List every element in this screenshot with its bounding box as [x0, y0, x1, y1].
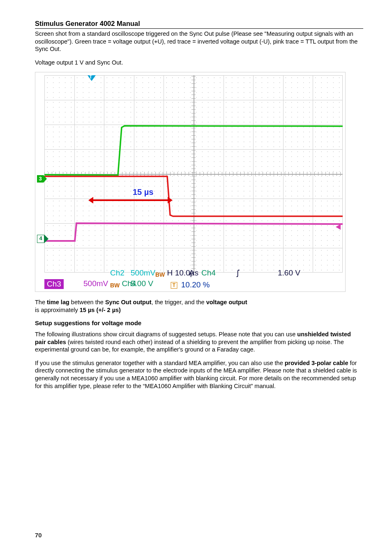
- trace-ch3-red: [44, 176, 343, 216]
- intro-paragraph: Screen shot from a standard oscilloscope…: [35, 30, 363, 53]
- bold-3-polar-cable: provided 3-polar cable: [285, 360, 348, 366]
- bandwidth-icon: BW: [155, 271, 165, 278]
- scope-plot-area: 15 µs: [44, 75, 343, 273]
- t-position-value: 10.20 %: [181, 280, 210, 289]
- readout-ch2-label: Ch2: [110, 268, 131, 278]
- channel-3-marker-icon: 3: [37, 175, 44, 183]
- bold-time-lag: time lag: [47, 299, 69, 305]
- caption-above-scope: Voltage output 1 V and Sync Out.: [35, 59, 363, 67]
- document-page: Stimulus Generator 4002 Manual Screen sh…: [0, 0, 392, 555]
- scope-bottom-readout: T 10.20 %: [171, 280, 210, 289]
- readout-trig-level: 1.60 V: [278, 268, 311, 278]
- scope-traces: [44, 75, 343, 273]
- time-lag-arrow: [93, 199, 168, 201]
- channel-4-marker-icon: 4: [37, 235, 44, 243]
- time-lag-paragraph: The time lag between the Sync Out output…: [35, 298, 363, 314]
- bold-15us: 15 µs (+/- 2 µs): [80, 307, 121, 313]
- readout-ch3-label: Ch3: [44, 279, 64, 289]
- bandwidth-icon: BW: [110, 282, 120, 289]
- trigger-position-marker-label: T: [89, 74, 92, 80]
- section-heading-setup: Setup suggestions for voltage mode: [35, 319, 363, 326]
- bold-sync-out: Sync Out output: [105, 299, 152, 305]
- readout-a-label: A: [189, 268, 201, 278]
- time-lag-annotation: 15 µs: [133, 187, 153, 197]
- readout-trig-src: Ch4: [201, 268, 237, 278]
- trace-ch4-pink: [44, 223, 343, 241]
- readout-ch3-scale: 500mV: [83, 279, 110, 289]
- t-position-icon: T: [171, 282, 177, 289]
- trace-ch2-green: [44, 126, 343, 175]
- setup-paragraph-2: If you use the stimulus generator togeth…: [35, 359, 363, 390]
- bold-voltage-output: voltage output: [206, 299, 247, 305]
- readout-ch2-scale: 500mV: [131, 268, 155, 278]
- readout-h-label: H: [167, 268, 173, 277]
- pink-right-marker-icon: [336, 224, 341, 230]
- rising-edge-icon: ʃ: [237, 268, 245, 278]
- page-number: 70: [35, 532, 42, 539]
- page-title: Stimulus Generator 4002 Manual: [35, 20, 363, 29]
- readout-ch4-scale: 5.00 V: [131, 279, 155, 289]
- setup-paragraph-1: The following illustrations show circuit…: [35, 331, 363, 354]
- oscilloscope-screenshot: 15 µs T 3 4 Ch2 500mV BW H 10.0µs A Ch4 …: [35, 72, 346, 292]
